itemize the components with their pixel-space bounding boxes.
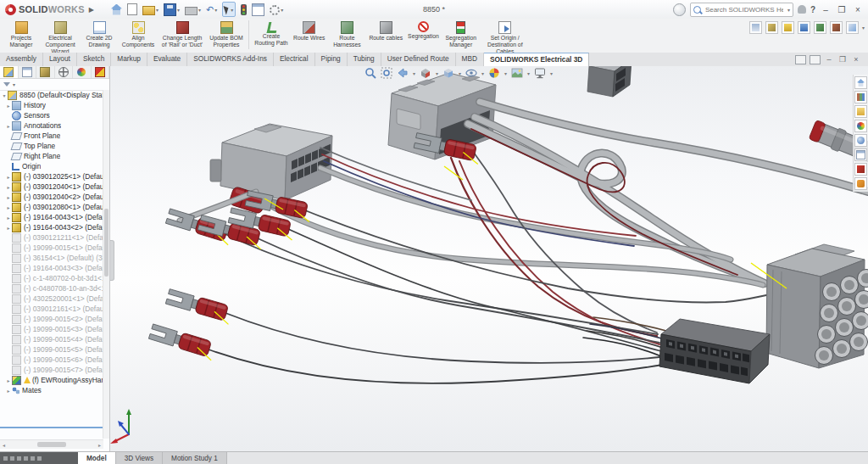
options-button[interactable]: ▾ xyxy=(270,4,283,15)
scroll-left-icon[interactable]: ◂ xyxy=(0,442,8,448)
tree-item-top-plane[interactable]: Top Plane xyxy=(0,141,103,151)
ribbon-projects-manager[interactable]: Projects Manager xyxy=(2,19,41,50)
close-button[interactable]: × xyxy=(852,5,864,14)
scene-icon[interactable] xyxy=(511,67,523,79)
tree-item-right-plane[interactable]: Right Plane xyxy=(0,151,103,161)
help-button[interactable]: ? xyxy=(810,5,815,14)
tree-item-suppressed[interactable]: (-) 19099-0015<7> (Default) (57) xyxy=(0,365,103,375)
electrical-3d-icon[interactable] xyxy=(854,163,867,176)
menu-flyout-icon[interactable]: ▶ xyxy=(89,6,94,14)
ew-edit-icon[interactable] xyxy=(782,21,794,34)
hud-dropdown-icon[interactable]: ▾ xyxy=(459,70,461,76)
expand-arrow-icon[interactable]: ▸ xyxy=(5,225,12,231)
login-user-icon[interactable] xyxy=(798,5,806,14)
ew-archive-icon[interactable] xyxy=(765,21,778,34)
expand-arrow-icon[interactable]: ▸ xyxy=(5,388,12,394)
tree-item-suppressed[interactable]: (-) 19099-0015<6> (Default) (56) xyxy=(0,355,103,365)
ribbon-change-length[interactable]: Change Length of 'Rail' or 'Duct' xyxy=(158,19,207,50)
ribbon-segregation[interactable]: Segregation xyxy=(405,19,442,50)
tile-window-icon[interactable] xyxy=(810,55,821,64)
tab-scroll-buttons[interactable] xyxy=(0,452,78,464)
ribbon-electrical-component-wizard[interactable]: Electrical Component Wizard xyxy=(41,19,80,50)
ribbon-route-wires[interactable]: Route Wires xyxy=(291,19,327,50)
graphics-viewport[interactable]: ▾ ▾ ▾ ▾ ▾ ▾ ▾ xyxy=(110,66,868,452)
expand-arrow-icon[interactable]: ▸ xyxy=(5,204,12,210)
zoom-fit-icon[interactable] xyxy=(364,67,376,79)
open-button[interactable]: ▾ xyxy=(142,4,159,15)
tree-item-suppressed[interactable]: (-) 36154<1> (Default) (38) xyxy=(0,253,103,263)
tab-assembly[interactable]: Assembly xyxy=(0,53,43,66)
resources-home-icon[interactable] xyxy=(854,76,867,89)
tree-item-suppressed[interactable]: (-) 19099-0015<4> (Default) (54) xyxy=(0,334,103,344)
tab-mbd[interactable]: MBD xyxy=(456,53,484,66)
tree-vertical-scrollbar[interactable] xyxy=(103,90,109,439)
tab-configuration-manager[interactable] xyxy=(36,66,55,78)
expand-arrow-icon[interactable]: ▸ xyxy=(5,103,12,109)
connector-16pin-bottom[interactable] xyxy=(659,319,770,383)
section-view-icon[interactable] xyxy=(420,67,431,79)
expand-arrow-icon[interactable]: ▸ xyxy=(5,174,12,180)
home-button[interactable] xyxy=(111,4,122,15)
hud-dropdown-icon[interactable]: ▾ xyxy=(527,70,530,76)
hud-dropdown-icon[interactable]: ▾ xyxy=(436,70,438,76)
display-style-icon[interactable] xyxy=(442,67,454,79)
doc-restore-button[interactable]: ❐ xyxy=(837,55,848,64)
tab-user-defined-route[interactable]: User Defined Route xyxy=(381,53,456,66)
tab-motion-study[interactable]: Motion Study 1 xyxy=(163,452,227,464)
tree-item-sensors[interactable]: Sensors xyxy=(0,110,103,120)
ew-flag-icon[interactable] xyxy=(814,21,826,34)
ribbon-create-routing-path[interactable]: Create Routing Path xyxy=(252,19,291,50)
tree-item-suppressed[interactable]: (-) 19164-0043<3> (Default) (39) xyxy=(0,263,103,273)
tree-item-component[interactable]: ▸(-) 19164-0043<2> (Default<<Defau xyxy=(0,222,103,232)
tree-item-suppressed[interactable]: (-) 039012161<1> (Default) (51) xyxy=(0,304,103,314)
ribbon-route-harnesses[interactable]: Route Harnesses xyxy=(327,19,366,50)
tree-item-suppressed[interactable]: (-) 19099-0015<5> (Default) (55) xyxy=(0,344,103,355)
tab-electrical[interactable]: Electrical xyxy=(274,53,315,66)
ribbon-align-components[interactable]: Align Components xyxy=(119,19,158,50)
tree-item-component[interactable]: ▸(-) 039012040<1> (Default<<Default xyxy=(0,182,103,192)
tab-dimxpert-manager[interactable] xyxy=(55,66,74,78)
expand-arrow-icon[interactable]: ▾ xyxy=(1,92,8,98)
tree-item-origin[interactable]: Origin xyxy=(0,161,103,171)
ribbon-update-bom[interactable]: Update BOM Properties xyxy=(207,19,246,50)
ew-view-icon[interactable] xyxy=(749,21,762,34)
tab-3d-views[interactable]: 3D Views xyxy=(116,452,163,464)
rebuild-button[interactable] xyxy=(241,4,247,15)
tab-markup[interactable]: Markup xyxy=(111,53,147,66)
doc-close-button[interactable]: × xyxy=(851,55,861,64)
toolbar-collapse-icon[interactable]: ▾ xyxy=(862,25,865,31)
expand-arrow-icon[interactable]: ▸ xyxy=(5,377,12,383)
previous-view-icon[interactable] xyxy=(397,67,409,79)
scroll-right-icon[interactable]: ▸ xyxy=(96,442,103,448)
filter-dropdown-icon[interactable]: ▾ xyxy=(13,81,15,87)
ribbon-segregation-manager[interactable]: Segregation Manager xyxy=(442,19,481,50)
ribbon-create-2d-drawing[interactable]: Create 2D Drawing xyxy=(80,19,119,50)
tab-display-manager[interactable] xyxy=(73,66,92,78)
tree-horizontal-scrollbar[interactable]: ◂ ▸ xyxy=(0,439,103,449)
harness-3d-scene[interactable] xyxy=(110,66,868,452)
hide-show-items-icon[interactable] xyxy=(465,67,477,79)
restore-button[interactable]: ❐ xyxy=(836,5,848,14)
hud-dropdown-icon[interactable]: ▾ xyxy=(504,70,507,76)
tree-item-component[interactable]: ▸(-) 039012040<2> (Default<<Default xyxy=(0,192,103,202)
expand-arrow-icon[interactable]: ▸ xyxy=(5,194,12,200)
tree-item-root[interactable]: ▾8850 (Default<Display State-1>) xyxy=(0,90,103,100)
file-explorer-icon[interactable] xyxy=(854,105,867,118)
filter-funnel-icon[interactable] xyxy=(3,82,10,87)
forum-icon[interactable] xyxy=(854,177,867,190)
search-dropdown-icon[interactable]: ▾ xyxy=(787,7,790,13)
ribbon-set-origin-destination[interactable]: Set Origin / Destination of Cables▾ xyxy=(481,19,530,50)
expand-arrow-icon[interactable]: ▸ xyxy=(5,215,12,221)
view-settings-icon[interactable] xyxy=(534,67,546,79)
solidworks-resources-icon[interactable] xyxy=(673,3,686,16)
tab-property-manager[interactable] xyxy=(19,66,37,78)
connector-2pin-floating[interactable] xyxy=(587,66,632,97)
tree-item-component[interactable]: ▸(-) 039012025<1> (Default<<Default xyxy=(0,171,103,182)
expand-arrow-icon[interactable]: ▸ xyxy=(5,184,12,190)
minimize-button[interactable]: – xyxy=(820,5,832,14)
tree-item-suppressed[interactable]: (-) 4302520001<1> (Default) (48) xyxy=(0,293,103,304)
tab-piping[interactable]: Piping xyxy=(315,53,348,66)
appearances-scenes-icon[interactable] xyxy=(854,134,867,147)
design-library-icon[interactable] xyxy=(854,91,867,103)
tree-item-suppressed[interactable]: (-) 19099-0015<1> (Default) (37) xyxy=(0,243,103,253)
